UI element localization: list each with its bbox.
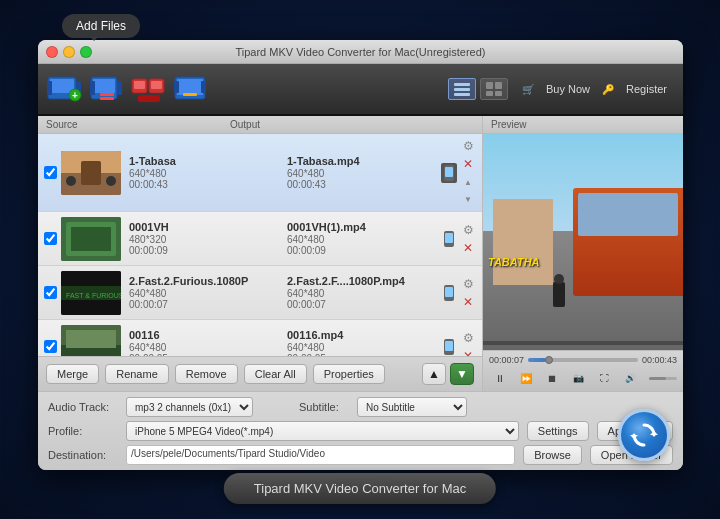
- snapshot-button[interactable]: 📷: [567, 369, 589, 387]
- preview-video: TABATHA: [483, 134, 683, 350]
- settings-button[interactable]: Settings: [527, 421, 589, 441]
- output-dur-3: 00:00:07: [287, 299, 437, 310]
- file-checkbox-4[interactable]: [44, 340, 57, 353]
- table-row[interactable]: FAST & FURIOUS 2.Fast.2.Furious.1080P 64…: [38, 266, 482, 320]
- close-button[interactable]: [46, 46, 58, 58]
- source-name-3: 2.Fast.2.Furious.1080P: [129, 275, 279, 287]
- file-thumbnail-1: [61, 151, 121, 195]
- remove-icon-3[interactable]: ✕: [460, 294, 476, 310]
- merge-button[interactable]: Merge: [46, 364, 99, 384]
- remove-icon-2[interactable]: ✕: [460, 240, 476, 256]
- source-name-2: 0001VH: [129, 221, 279, 233]
- person-silhouette: [553, 282, 565, 307]
- settings-icon-3[interactable]: ⚙: [460, 276, 476, 292]
- table-row[interactable]: 1-Tabasa 640*480 00:00:43 1-Tabasa.mp4 6…: [38, 134, 482, 212]
- volume-fill: [649, 377, 666, 380]
- stop-button[interactable]: ⏹: [541, 369, 563, 387]
- svg-rect-31: [81, 161, 101, 185]
- buy-now-button[interactable]: Buy Now: [538, 80, 598, 98]
- destination-row: Destination: /Users/pele/Documents/Tipar…: [48, 445, 673, 465]
- remove-button[interactable]: Remove: [175, 364, 238, 384]
- table-row[interactable]: 0001VH 480*320 00:00:09 0001VH(1).mp4 64…: [38, 212, 482, 266]
- pause-button[interactable]: ⏸: [489, 369, 511, 387]
- item-actions-3: ⚙ ✕: [441, 276, 476, 310]
- fullscreen-button[interactable]: ⛶: [593, 369, 615, 387]
- bottom-watermark: Tipard MKV Video Converter for Mac: [224, 473, 496, 504]
- building: [493, 199, 553, 285]
- remove-icon-4[interactable]: ✕: [460, 348, 476, 357]
- merge-tool-button[interactable]: [130, 70, 168, 108]
- volume-icon[interactable]: 🔊: [619, 369, 641, 387]
- svg-rect-48: [66, 330, 116, 348]
- svg-rect-26: [495, 82, 502, 89]
- settings-icon-1[interactable]: ⚙: [460, 138, 476, 154]
- clip-tool-button[interactable]: [172, 70, 210, 108]
- file-checkbox-2[interactable]: [44, 232, 57, 245]
- progress-thumb: [545, 356, 553, 364]
- subtitle-select[interactable]: No Subtitle: [357, 397, 467, 417]
- col-output: Output: [230, 119, 414, 130]
- svg-rect-20: [201, 81, 206, 93]
- svg-point-32: [66, 176, 76, 186]
- output-res-3: 640*480: [287, 288, 437, 299]
- phone-icon-3: [441, 283, 457, 303]
- minimize-button[interactable]: [63, 46, 75, 58]
- rename-button[interactable]: Rename: [105, 364, 169, 384]
- file-checkbox-3[interactable]: [44, 286, 57, 299]
- preview-scene: TABATHA: [483, 134, 683, 350]
- source-res-3: 640*480: [129, 288, 279, 299]
- phone-icon-4: [441, 337, 457, 357]
- table-row[interactable]: 00116 640*480 00:00:05 00116.mp4 640*480…: [38, 320, 482, 356]
- edit-button[interactable]: [88, 70, 126, 108]
- current-time: 00:00:07: [489, 355, 524, 365]
- remove-icon-1[interactable]: ✕: [460, 156, 476, 172]
- file-checkbox-1[interactable]: [44, 166, 57, 179]
- down-arrow-1[interactable]: ▼: [460, 191, 476, 207]
- profile-row: Profile: iPhone 5 MPEG4 Video(*.mp4) Set…: [48, 421, 673, 441]
- settings-icon-4[interactable]: ⚙: [460, 330, 476, 346]
- svg-rect-19: [174, 81, 179, 93]
- settings-icon-2[interactable]: ⚙: [460, 222, 476, 238]
- svg-rect-21: [183, 93, 197, 96]
- register-button[interactable]: Register: [618, 80, 675, 98]
- source-name-4: 00116: [129, 329, 279, 341]
- options-bar: Audio Track: mp3 2 channels (0x1) Subtit…: [38, 391, 683, 470]
- col-source: Source: [46, 119, 230, 130]
- convert-button[interactable]: [618, 409, 670, 461]
- svg-rect-45: [445, 287, 453, 297]
- svg-rect-7: [93, 79, 115, 93]
- file-items-list: 1-Tabasa 640*480 00:00:43 1-Tabasa.mp4 6…: [38, 134, 482, 356]
- col-actions: [414, 119, 474, 130]
- subtitle-label: Subtitle:: [299, 401, 349, 413]
- svg-rect-2: [47, 81, 52, 95]
- up-arrow-1[interactable]: ▲: [460, 174, 476, 190]
- maximize-button[interactable]: [80, 46, 92, 58]
- output-res-2: 640*480: [287, 234, 437, 245]
- svg-rect-18: [177, 79, 203, 95]
- profile-select[interactable]: iPhone 5 MPEG4 Video(*.mp4): [126, 421, 519, 441]
- audio-track-select[interactable]: mp3 2 channels (0x1): [126, 397, 253, 417]
- properties-button[interactable]: Properties: [313, 364, 385, 384]
- svg-rect-40: [445, 233, 453, 243]
- clear-all-button[interactable]: Clear All: [244, 364, 307, 384]
- grid-view-button[interactable]: [480, 78, 508, 100]
- source-res-1: 640*480: [129, 168, 279, 179]
- move-down-button[interactable]: ▼: [450, 363, 474, 385]
- move-up-button[interactable]: ▲: [422, 363, 446, 385]
- forward-button[interactable]: ⏩: [515, 369, 537, 387]
- add-files-button[interactable]: +: [46, 70, 84, 108]
- file-info-4: 00116 640*480 00:00:05 00116.mp4 640*480…: [129, 329, 437, 356]
- button-bar: Merge Rename Remove Clear All Properties…: [38, 356, 482, 391]
- svg-rect-38: [71, 227, 111, 251]
- preview-panel: Preview: [483, 116, 683, 391]
- file-thumbnail-2: [61, 217, 121, 261]
- content-area: Source Output: [38, 116, 683, 391]
- list-view-button[interactable]: [448, 78, 476, 100]
- file-thumbnail-4: [61, 325, 121, 357]
- toolbar-right: 🛒 Buy Now 🔑 Register: [448, 78, 675, 100]
- browse-button[interactable]: Browse: [523, 445, 582, 465]
- progress-fill: [528, 358, 546, 362]
- svg-marker-51: [650, 431, 658, 435]
- volume-track[interactable]: [649, 377, 677, 380]
- progress-track[interactable]: [528, 358, 638, 362]
